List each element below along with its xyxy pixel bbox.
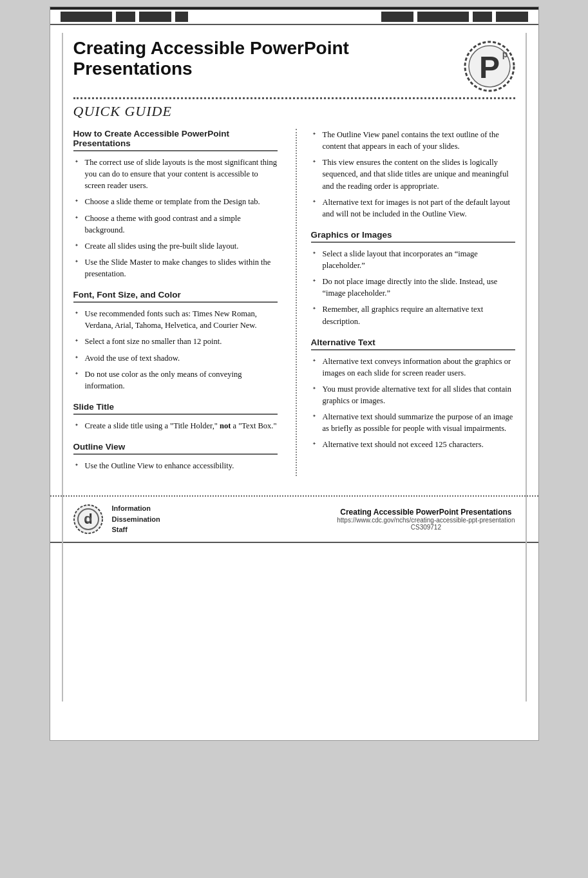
- banner-block-1: [61, 12, 112, 22]
- list-item: Select a slide layout that incorporates …: [311, 248, 515, 271]
- section-heading-alt-text: Alternative Text: [311, 338, 515, 350]
- banner-block-r4: [496, 12, 528, 22]
- list-item: Alternative text for images is not part …: [311, 196, 515, 220]
- footer-org-text: Information Dissemination Staff: [112, 503, 160, 535]
- list-item: Choose a theme with good contrast and a …: [73, 213, 278, 236]
- title-area: Creating Accessible PowerPoint Presentat…: [73, 38, 515, 99]
- footer-url: https://www.cdc.gov/nchs/creating-access…: [337, 517, 515, 524]
- list-item: Alternative text should summarize the pu…: [311, 411, 515, 434]
- footer-doc-title: Creating Accessible PowerPoint Presentat…: [337, 508, 515, 517]
- list-item: Do not use color as the only means of co…: [73, 368, 278, 392]
- left-side-line: [62, 33, 64, 701]
- content-area: Creating Accessible PowerPoint Presentat…: [50, 25, 538, 482]
- banner-block-r1: [381, 12, 413, 22]
- banner-block-2: [116, 12, 135, 22]
- left-column: How to Create Accessible PowerPoint Pres…: [73, 129, 278, 476]
- section-heading-slide-title: Slide Title: [73, 402, 278, 415]
- footer: d Information Dissemination Staff Creati…: [50, 495, 538, 542]
- bottom-border: [50, 542, 538, 548]
- section-heading-how-to: How to Create Accessible PowerPoint Pres…: [73, 129, 278, 151]
- banner-block-3: [139, 12, 171, 22]
- main-title: Creating Accessible PowerPoint Presentat…: [73, 38, 408, 79]
- right-section3-bullets: Alternative text conveys information abo…: [311, 356, 515, 451]
- list-item: Use the Outline View to enhance accessib…: [73, 460, 278, 472]
- right-section2-bullets: Select a slide layout that incorporates …: [311, 248, 515, 327]
- banner-right: [381, 12, 528, 22]
- section3-bullets: Create a slide title using a "Title Hold…: [73, 420, 278, 432]
- ppt-logo-icon: P p: [464, 41, 515, 92]
- section-heading-outline-view: Outline View: [73, 442, 278, 455]
- top-banner: [50, 7, 538, 25]
- main-title-text: Creating Accessible PowerPoint Presentat…: [73, 38, 408, 79]
- two-col-layout: How to Create Accessible PowerPoint Pres…: [73, 129, 515, 476]
- section-heading-graphics: Graphics or Images: [311, 230, 515, 243]
- subtitle: QUICK GUIDE: [73, 103, 515, 120]
- list-item: Select a font size no smaller than 12 po…: [73, 336, 278, 347]
- right-column: The Outline View panel contains the text…: [296, 129, 515, 476]
- list-item: Remember, all graphics require an altern…: [311, 303, 515, 327]
- list-item: Avoid the use of text shadow.: [73, 352, 278, 364]
- footer-logo-icon: d: [73, 504, 103, 534]
- list-item: This view ensures the content on the sli…: [311, 157, 515, 191]
- footer-org-name: Information Dissemination Staff: [112, 504, 160, 533]
- list-item: Alternative text should not exceed 125 c…: [311, 439, 515, 450]
- banner-block-4: [175, 12, 188, 22]
- right-section1-bullets: The Outline View panel contains the text…: [311, 129, 515, 220]
- section4-bullets: Use the Outline View to enhance accessib…: [73, 460, 278, 472]
- list-item: You must provide alternative text for al…: [311, 383, 515, 406]
- section1-bullets: The correct use of slide layouts is the …: [73, 157, 278, 280]
- list-item: Do not place image directly into the sli…: [311, 276, 515, 299]
- section-heading-font: Font, Font Size, and Color: [73, 290, 278, 303]
- list-item: The correct use of slide layouts is the …: [73, 157, 278, 191]
- list-item: The Outline View panel contains the text…: [311, 129, 515, 152]
- list-item: Choose a slide theme or template from th…: [73, 196, 278, 207]
- page: Creating Accessible PowerPoint Presentat…: [50, 6, 539, 741]
- list-item: Alternative text conveys information abo…: [311, 356, 515, 379]
- list-item: Use the Slide Master to make changes to …: [73, 256, 278, 280]
- svg-text:P: P: [479, 50, 499, 84]
- list-item: Create all slides using the pre-built sl…: [73, 240, 278, 252]
- section2-bullets: Use recommended fonts such as: Times New…: [73, 308, 278, 392]
- footer-right: Creating Accessible PowerPoint Presentat…: [337, 508, 515, 531]
- footer-code: CS309712: [337, 524, 515, 531]
- svg-text:p: p: [502, 49, 507, 59]
- list-item: Use recommended fonts such as: Times New…: [73, 308, 278, 331]
- banner-block-r2: [417, 12, 469, 22]
- list-item: Create a slide title using a "Title Hold…: [73, 420, 278, 432]
- banner-block-r3: [473, 12, 492, 22]
- right-side-line: [525, 33, 527, 701]
